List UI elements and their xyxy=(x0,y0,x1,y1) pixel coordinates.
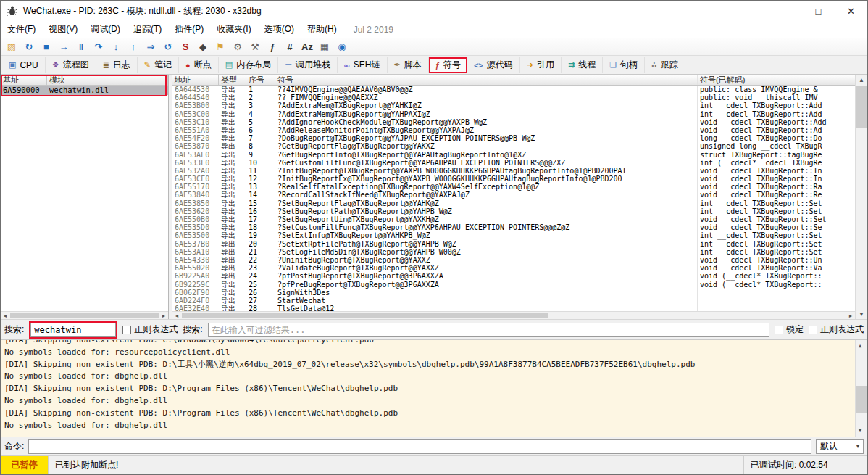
column-header-module[interactable]: 模块 xyxy=(47,75,168,85)
menu-options[interactable]: 选项(O) xyxy=(258,21,301,38)
symbol-row[interactable]: 6AE53840导出14?RecordCallStackIfNeed@TXBug… xyxy=(172,191,855,199)
scroll-right-icon[interactable]: ► xyxy=(159,312,168,319)
menu-trace[interactable]: 追踪(T) xyxy=(127,21,168,38)
tab-symbols[interactable]: ƒ符号 xyxy=(429,57,467,73)
close-button[interactable]: ✕ xyxy=(835,1,867,21)
restart-button[interactable]: ↻ xyxy=(20,39,38,55)
symbol-row[interactable]: 6AE53620导出16?SetBugReportPath@TXBugRepor… xyxy=(172,207,855,215)
scroll-left-icon[interactable]: ◄ xyxy=(172,312,181,319)
preferences-button[interactable]: ⚙ xyxy=(229,39,246,55)
step-over-button[interactable]: ↷ xyxy=(90,39,107,55)
symbol-row[interactable]: 6AE53C10导出5?AddIgnoreHookCheckModule@TXB… xyxy=(172,118,855,126)
symbol-row[interactable]: 6AE53A10导出21?SetLogFileMd5Dir@TXBugRepor… xyxy=(172,248,855,256)
scroll-thumb[interactable] xyxy=(10,313,159,318)
tab-script[interactable]: ✒脚本 xyxy=(388,57,429,73)
close-debuggee-button[interactable]: ■ xyxy=(38,39,55,55)
tab-memory-map[interactable]: ▤内存布局 xyxy=(219,57,278,73)
highlight-button[interactable]: ƒ xyxy=(264,39,281,55)
graph-button[interactable]: ◆ xyxy=(194,39,212,55)
tab-notes[interactable]: ✎笔记 xyxy=(138,57,179,73)
filter-input[interactable] xyxy=(208,323,769,337)
font-button[interactable]: Az xyxy=(299,39,316,55)
symbol-row[interactable]: 6AE537B0导出20?SetExtRptFilePath@TXBugRepo… xyxy=(172,240,855,248)
scroll-up-icon[interactable]: ▲ xyxy=(856,340,864,352)
symbol-row[interactable]: 6AE53B00导出3?AddExtraMem@TXBugReport@@YAH… xyxy=(172,102,855,110)
scroll-right-icon[interactable]: ► xyxy=(846,312,855,319)
execute-till-return-button[interactable]: ↑ xyxy=(125,39,142,55)
scroll-track[interactable] xyxy=(181,312,846,319)
symbol-row[interactable]: 6AE55020导出23?ValidateBugReport@TXBugRepo… xyxy=(172,264,855,272)
appearance-button[interactable]: ⚒ xyxy=(246,39,264,55)
tab-call-stack[interactable]: ☰调用堆栈 xyxy=(278,57,338,73)
symbol-row[interactable]: 6AE53500导出19?SetExtInfo@TXBugReport@@YAH… xyxy=(172,231,855,239)
scylla-button[interactable]: S xyxy=(177,39,194,55)
scroll-track[interactable] xyxy=(9,312,159,319)
tab-breakpoints[interactable]: ●断点 xyxy=(179,57,219,73)
command-input[interactable] xyxy=(28,439,811,454)
symbol-row[interactable]: 6AE53870导出8?GetBugReportFlag@TXBugReport… xyxy=(172,142,855,150)
step-into-button[interactable]: ↓ xyxy=(107,39,125,55)
open-file-button[interactable]: ▨ xyxy=(3,39,20,55)
symbol-row[interactable]: 6AE53CF0导出12?InitBugReportEx@TXBugReport… xyxy=(172,175,855,183)
column-header-type[interactable]: 类型 xyxy=(219,75,246,85)
checkbox-icon[interactable] xyxy=(775,326,783,334)
profile-dropdown[interactable]: 默认 ▾ xyxy=(816,439,864,454)
symbol-row[interactable]: 6AE53C00导出4?AddExtraMem@TXBugReport@@YAH… xyxy=(172,110,855,118)
symbol-row[interactable]: 6AE535D0导出18?SetCustomFiltFunc@TXBugRepo… xyxy=(172,223,855,231)
symbol-row[interactable]: 6B9225A0导出24?pfPostBugReport@TXBugReport… xyxy=(172,272,855,280)
patches-button[interactable]: ⚑ xyxy=(212,39,229,55)
scroll-down-icon[interactable]: ▼ xyxy=(856,425,864,437)
symbol-row[interactable]: 6B062F90导出26SignWith3Des xyxy=(172,289,855,297)
scroll-thumb[interactable] xyxy=(856,86,867,128)
symbol-row[interactable]: 6AE53AF0导出9?GetBugReportInfo@TXBugReport… xyxy=(172,151,855,159)
symbol-row[interactable]: 6AE55170导出13?RealSelfFatalException@TXBu… xyxy=(172,183,855,191)
column-header-base[interactable]: 基址 xyxy=(1,75,47,85)
tab-references[interactable]: ➔引用 xyxy=(520,57,562,73)
symbol-row[interactable]: 6B92259C导出25?pfPreBugReport@TXBugReport@… xyxy=(172,281,855,289)
regex-checkbox[interactable]: 正则表达式 xyxy=(122,323,178,336)
menu-favourites[interactable]: 收藏夹(I) xyxy=(210,21,257,38)
symbol-row[interactable]: 6AE32E40导出28TlsGetData@12 xyxy=(172,305,855,311)
symbol-row[interactable]: 6AE53850导出15?SetBugReportFlag@TXBugRepor… xyxy=(172,199,855,207)
checkbox-icon[interactable] xyxy=(122,326,131,334)
menu-help[interactable]: 帮助(H) xyxy=(301,21,343,38)
step-back-button[interactable]: ↺ xyxy=(159,39,177,55)
pause-button[interactable]: ‖ xyxy=(72,39,90,55)
column-header-symbol[interactable]: 符号 xyxy=(275,75,697,85)
help-about-button[interactable]: ◉ xyxy=(333,39,351,55)
symbol-row[interactable]: 6AE54F20导出7?DoBugReport@TXBugReport@@YAJ… xyxy=(172,134,855,142)
symbols-vscrollbar[interactable]: ▲ ▼ xyxy=(855,75,867,319)
scroll-track[interactable] xyxy=(856,85,867,309)
lock-checkbox[interactable]: 锁定 xyxy=(775,323,804,336)
menu-plugins[interactable]: 插件(P) xyxy=(168,21,210,38)
maximize-button[interactable]: □ xyxy=(802,1,835,21)
menu-file[interactable]: 文件(F) xyxy=(1,21,42,38)
symbol-row[interactable]: 6AE532A0导出11?InitBugReport@TXBugReport@@… xyxy=(172,167,855,175)
calculator-button[interactable]: # xyxy=(281,39,299,55)
scroll-up-icon[interactable]: ▲ xyxy=(856,75,867,85)
tab-seh[interactable]: ∞SEH链 xyxy=(338,57,388,73)
symbol-row[interactable]: 6AE550B0导出17?SetBugReportUin@TXBugReport… xyxy=(172,215,855,223)
minimize-button[interactable]: – xyxy=(769,1,802,21)
tab-cpu[interactable]: ▣CPU xyxy=(2,57,46,73)
modules-hscrollbar[interactable]: ◄ ► xyxy=(1,311,168,319)
symbol-row[interactable]: 6AE551A0导出6?AddReleaseMonitorPoint@TXBug… xyxy=(172,126,855,134)
column-header-decoded[interactable]: 符号(已解码) xyxy=(697,75,855,85)
tab-handles[interactable]: ❏句柄 xyxy=(603,57,645,73)
symbol-row[interactable]: 6AD224F0导出27StartWechat xyxy=(172,297,855,305)
symbol-row[interactable]: 6AE54330导出22?UninitBugReport@TXBugReport… xyxy=(172,256,855,264)
scroll-thumb[interactable] xyxy=(856,386,867,413)
scroll-down-icon[interactable]: ▼ xyxy=(856,309,867,319)
symbol-row[interactable]: 6A644540导出2??_FIMVQQEngine@@QAEXXZpublic… xyxy=(172,94,855,102)
run-to-user-code-button[interactable]: ⇒ xyxy=(142,39,159,55)
menu-view[interactable]: 视图(V) xyxy=(42,21,84,38)
tab-trace[interactable]: ∴跟踪 xyxy=(645,57,685,73)
checkbox-icon[interactable] xyxy=(809,326,817,334)
module-search-input[interactable] xyxy=(30,323,116,337)
menu-debug[interactable]: 调试(D) xyxy=(84,21,127,38)
tab-log[interactable]: ≣日志 xyxy=(96,57,138,73)
symbol-row[interactable]: 6AE533F0导出10?GetCustomFiltFunc@TXBugRepo… xyxy=(172,159,855,167)
scroll-thumb[interactable] xyxy=(182,313,548,318)
memory-map-tool-button[interactable]: ▦ xyxy=(316,39,333,55)
log-vscrollbar[interactable]: ▲ ▼ xyxy=(855,340,867,437)
